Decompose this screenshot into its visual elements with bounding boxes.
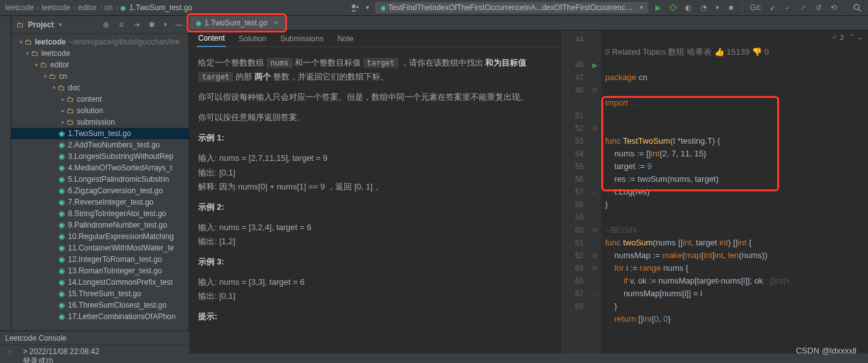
tree-file[interactable]: ◉2.AddTwoNumbers_test.go bbox=[11, 139, 189, 151]
run-icon[interactable]: ▶ bbox=[653, 3, 662, 12]
chevron-down-icon[interactable]: ▾ bbox=[42, 73, 48, 79]
tab-content[interactable]: Content bbox=[197, 31, 226, 47]
fold-icon[interactable]: ⊟ bbox=[592, 252, 598, 259]
git-update-icon[interactable]: ↙ bbox=[768, 3, 777, 12]
tree-folder[interactable]: ▸🗀solution bbox=[11, 105, 189, 116]
chevron-down-icon[interactable]: ▾ bbox=[33, 62, 39, 68]
fold-icon[interactable]: ⊟ bbox=[592, 227, 598, 233]
debug-icon[interactable] bbox=[669, 3, 678, 12]
folder-icon: 🗀 bbox=[24, 38, 33, 46]
locate-icon[interactable]: ⊕ bbox=[102, 20, 110, 29]
chevron-down-icon[interactable]: ▾ bbox=[51, 85, 57, 91]
folder-icon: 🗀 bbox=[66, 118, 75, 127]
tree-file[interactable]: ◉15.ThreeSum_test.go bbox=[11, 288, 189, 299]
chevron-down-icon[interactable]: ▾ bbox=[18, 39, 24, 45]
folder-icon: 🗀 bbox=[17, 20, 24, 29]
code-body[interactable]: // Related Topics 数组 哈希表 👍 15139 👎 0 pac… bbox=[601, 31, 868, 353]
add-user-icon[interactable] bbox=[351, 3, 359, 12]
collapse-all-icon[interactable]: ⇥ bbox=[132, 20, 141, 29]
go-file-icon: ◉ bbox=[57, 301, 66, 310]
fold-icon[interactable]: ⊟ bbox=[592, 265, 598, 271]
editor-tab[interactable]: ◉ 1.TwoSum_test.go × bbox=[189, 16, 284, 30]
breadcrumb-file[interactable]: ◉ 1.TwoSum_test.go bbox=[120, 3, 192, 12]
folder-icon: 🗀 bbox=[57, 83, 66, 92]
tree-file[interactable]: ◉1.TwoSum_test.go bbox=[11, 128, 189, 139]
chevron-right-icon[interactable]: ▸ bbox=[60, 96, 66, 102]
close-icon[interactable]: × bbox=[274, 18, 278, 27]
tab-solution[interactable]: Solution bbox=[237, 31, 267, 46]
go-file-icon: ◉ bbox=[57, 152, 66, 161]
breadcrumb-item[interactable]: leetcode bbox=[5, 3, 34, 12]
tree-file[interactable]: ◉13.RomanToInteger_test.go bbox=[11, 265, 189, 277]
tree-file[interactable]: ◉3.LongestSubstringWithoutRep bbox=[11, 151, 189, 162]
rollback-icon[interactable]: ⟲ bbox=[829, 3, 838, 12]
go-file-icon: ◉ bbox=[196, 19, 202, 27]
fold-icon[interactable]: ⊟ bbox=[592, 125, 598, 132]
git-commit-icon[interactable]: ✓ bbox=[784, 3, 792, 12]
tab-note[interactable]: Note bbox=[336, 31, 354, 46]
profile-icon[interactable]: ◔ bbox=[699, 3, 708, 12]
code-editor[interactable]: 4446474851525354555657585960616263666768… bbox=[561, 31, 868, 353]
line-gutter: 4446474851525354555657585960616263666768 bbox=[561, 31, 589, 353]
problems-indicator[interactable]: ✓2 ⌃ ⌄ bbox=[832, 33, 863, 41]
tree-file[interactable]: ◉16.ThreeSumClosest_test.go bbox=[11, 299, 189, 311]
chevron-right-icon: › bbox=[115, 3, 117, 12]
chevron-right-icon: › bbox=[73, 3, 76, 12]
breadcrumb-item[interactable]: leetcode bbox=[41, 3, 70, 12]
tree-file[interactable]: ◉5.LongestPalindromicSubstrin bbox=[11, 174, 189, 185]
tree-file[interactable]: ◉12.IntegerToRoman_test.go bbox=[11, 254, 189, 265]
go-file-icon: ◉ bbox=[57, 129, 66, 138]
tree-folder[interactable]: ▾🗀cn bbox=[11, 71, 189, 82]
watermark: CSDN @ldxxxxll bbox=[796, 346, 857, 355]
breadcrumb: leetcode › leetcode › editor › cn › ◉ 1.… bbox=[0, 3, 345, 12]
tab-submissions[interactable]: Submissions bbox=[279, 31, 324, 46]
tree-root[interactable]: ▾ 🗀 leetcode ~/workspace/github/iguochan… bbox=[11, 36, 189, 48]
content-pane: Content Solution Submissions Note 给定一个整数… bbox=[189, 31, 561, 353]
dropdown-arrow-icon[interactable]: ▼ bbox=[364, 4, 370, 11]
go-file-icon: ◉ bbox=[57, 243, 66, 252]
go-file-icon: ◉ bbox=[57, 255, 66, 264]
problem-description: 给定一个整数数组 nums 和一个整数目标值 target ，请你在该数组中找出… bbox=[189, 47, 560, 353]
git-push-icon[interactable]: ↗ bbox=[799, 3, 808, 12]
chevron-right-icon[interactable]: ▸ bbox=[60, 107, 66, 114]
gutter-icons: ▶⊟⊟⌐⊟⊟⊟⌐ bbox=[589, 31, 601, 353]
tree-folder[interactable]: ▾🗀editor bbox=[11, 59, 189, 71]
left-tool-strip[interactable] bbox=[0, 16, 11, 331]
tree-file[interactable]: ◉4.MedianOfTwoSortedArrays_t bbox=[11, 162, 189, 174]
go-file-icon: ◉ bbox=[120, 4, 126, 12]
run-gutter-icon[interactable]: ▶ bbox=[592, 62, 598, 69]
breadcrumb-item[interactable]: editor bbox=[78, 3, 97, 12]
run-config-selector[interactable]: ◉ TestFindTheIndexOfTheFirstOccurrenceIn… bbox=[375, 2, 648, 13]
fold-end-icon: ⌐ bbox=[593, 291, 596, 297]
chevron-right-icon[interactable]: ▸ bbox=[60, 119, 66, 125]
fold-end-icon: ⌐ bbox=[593, 189, 596, 195]
tree-file[interactable]: ◉7.ReverseInteger_test.go bbox=[11, 196, 189, 208]
tree-folder[interactable]: ▸🗀submission bbox=[11, 116, 189, 128]
tree-file[interactable]: ◉14.LongestCommonPrefix_test bbox=[11, 277, 189, 288]
dropdown-arrow-icon[interactable]: ▼ bbox=[714, 4, 720, 11]
tree-file[interactable]: ◉17.LetterCombinationsOfAPhon bbox=[11, 311, 189, 322]
tree-folder[interactable]: ▾🗀doc bbox=[11, 82, 189, 93]
settings-icon[interactable]: ✱ bbox=[147, 20, 156, 29]
scroll-up-icon[interactable]: ↑ bbox=[5, 348, 14, 357]
chevron-down-icon[interactable]: ▾ bbox=[24, 50, 30, 57]
tree-folder[interactable]: ▸🗀content bbox=[11, 93, 189, 105]
folder-icon: 🗀 bbox=[66, 106, 75, 115]
tree-folder[interactable]: ▾🗀leetcode bbox=[11, 48, 189, 59]
tree-file[interactable]: ◉10.RegularExpressionMatching bbox=[11, 231, 189, 242]
dropdown-arrow-icon[interactable]: ▼ bbox=[58, 22, 63, 28]
tree-file[interactable]: ◉6.ZigzagConversion_test.go bbox=[11, 185, 189, 196]
go-file-icon: ◉ bbox=[57, 266, 66, 275]
search-icon[interactable] bbox=[853, 3, 862, 12]
fold-icon[interactable]: ⊟ bbox=[592, 87, 598, 93]
dropdown-arrow-icon[interactable]: ▼ bbox=[163, 22, 168, 28]
expand-all-icon[interactable]: ≡ bbox=[117, 20, 126, 29]
history-icon[interactable]: ↺ bbox=[814, 3, 823, 12]
breadcrumb-item[interactable]: cn bbox=[105, 3, 113, 12]
stop-icon[interactable]: ■ bbox=[726, 3, 735, 12]
tree-file[interactable]: ◉8.StringToIntegerAtoi_test.go bbox=[11, 208, 189, 219]
tree-file[interactable]: ◉11.ContainerWithMostWater_te bbox=[11, 242, 189, 254]
tree-file[interactable]: ◉9.PalindromeNumber_test.go bbox=[11, 219, 189, 231]
hide-icon[interactable]: — bbox=[175, 20, 184, 29]
coverage-icon[interactable]: ◐ bbox=[684, 3, 693, 12]
